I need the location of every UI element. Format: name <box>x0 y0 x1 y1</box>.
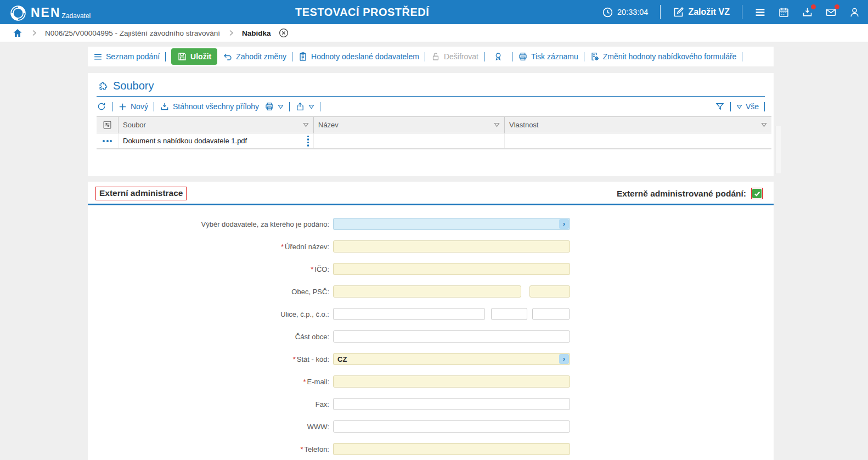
divider <box>292 52 292 61</box>
new-file-button[interactable]: Nový <box>118 102 148 111</box>
form-row: *WWW: <box>88 420 774 433</box>
supplier-lookup-button[interactable]: › <box>559 219 569 229</box>
ico-input[interactable] <box>333 263 570 275</box>
form-row: *Telefon: <box>88 443 774 455</box>
field-label: E-mail: <box>307 378 329 386</box>
export-button[interactable] <box>295 102 314 111</box>
divider <box>112 102 112 111</box>
house-number-input[interactable] <box>491 308 527 320</box>
current-time: 20:33:04 <box>617 8 648 16</box>
print-files-button[interactable] <box>264 102 284 111</box>
clock-icon <box>602 7 613 18</box>
file-name-cell[interactable]: Dokument s nabídkou dodavatele 1.pdf <box>123 137 247 145</box>
breadcrumb: N006/25/V00004995 - Zajištění závodního … <box>0 24 868 42</box>
chevron-down-icon <box>278 104 284 109</box>
field-label: Telefon: <box>304 445 329 453</box>
email-input[interactable] <box>333 375 570 388</box>
form-row: *Stát - kód: › <box>88 353 774 365</box>
download-all-attachments-button[interactable]: Stáhnout všechny přílohy <box>160 102 259 111</box>
phone-input[interactable] <box>333 443 570 455</box>
user-profile-button[interactable] <box>849 7 860 18</box>
orientation-number-input[interactable] <box>532 308 570 320</box>
refresh-icon[interactable] <box>97 102 106 111</box>
field-label: IČO: <box>314 265 329 273</box>
row-menu-icon[interactable] <box>103 140 112 142</box>
supplier-values-button[interactable]: Hodnoty odeslané dodavatelem <box>298 52 419 61</box>
divider <box>742 52 742 61</box>
divider <box>154 102 154 111</box>
city-input[interactable] <box>333 285 521 298</box>
document-gear-icon <box>590 52 600 61</box>
change-form-values-button[interactable]: Změnit hodnoty nabídkového formuláře <box>590 52 737 61</box>
column-header-vlastnost[interactable]: Vlastnost <box>505 117 771 133</box>
form-row: *Fax: <box>88 398 774 410</box>
divider <box>484 52 484 61</box>
calendar-button[interactable] <box>778 7 790 18</box>
record-toolbar: Seznam podání Uložit Zahodit změny Hodno… <box>88 47 774 66</box>
chevron-down-icon <box>308 104 314 109</box>
sliders-icon <box>103 120 112 130</box>
share-export-icon <box>295 102 305 111</box>
nen-logo[interactable]: NEN Zadavatel <box>10 3 91 21</box>
puzzle-icon <box>98 81 109 92</box>
column-settings-button[interactable] <box>97 117 119 133</box>
messages-button[interactable] <box>825 7 837 18</box>
filter-caret-icon[interactable] <box>494 122 500 127</box>
padlock-open-icon <box>431 52 441 61</box>
downloads-button[interactable] <box>802 7 813 18</box>
official-name-input[interactable] <box>333 240 570 253</box>
filter-caret-icon[interactable] <box>761 122 767 127</box>
save-button[interactable]: Uložit <box>171 48 217 65</box>
field-label: Úřední název: <box>285 243 329 251</box>
download-icon <box>160 102 170 111</box>
files-table: Soubor Název Vlastnost Dokument s nabídk… <box>97 116 771 149</box>
postal-code-input[interactable] <box>529 285 570 298</box>
externally-administered-checkbox[interactable] <box>751 188 763 199</box>
field-label: WWW: <box>307 423 329 431</box>
files-table-header: Soubor Název Vlastnost <box>97 117 771 133</box>
chevron-down-icon <box>736 104 742 109</box>
www-input[interactable] <box>333 420 570 433</box>
signature-button[interactable] <box>493 52 503 61</box>
form-row: *Úřední název: <box>88 240 774 253</box>
divider <box>425 52 425 61</box>
create-vz-button[interactable]: Založit VZ <box>673 7 730 18</box>
breadcrumb-current: Nabídka <box>242 29 271 37</box>
column-header-nazev[interactable]: Název <box>314 117 505 133</box>
files-toolbar: Nový Stáhnout všechny přílohy <box>97 97 765 116</box>
country-lookup-button[interactable]: › <box>559 354 569 364</box>
home-icon[interactable] <box>12 27 23 38</box>
table-row[interactable]: Dokument s nabídkou dodavatele 1.pdf <box>97 133 771 149</box>
form-row: *Obec, PSČ: <box>88 285 774 298</box>
award-ribbon-icon <box>493 52 503 61</box>
submission-list-button[interactable]: Seznam podání <box>93 52 160 61</box>
divider <box>742 5 742 19</box>
print-record-button[interactable]: Tisk záznamu <box>518 52 578 61</box>
chevron-right-icon <box>31 30 37 36</box>
undo-icon <box>223 52 233 61</box>
street-input[interactable] <box>333 308 485 320</box>
main-menu-button[interactable] <box>754 7 766 18</box>
divider <box>320 102 320 111</box>
filter-all-dropdown[interactable]: Vše <box>736 102 759 111</box>
files-section: Soubory Nový Stáhnout všechny přílohy <box>88 73 774 176</box>
table-scrollbar[interactable] <box>775 126 781 174</box>
brand-name: NEN <box>31 5 61 20</box>
field-label: Výběr dodavatele, za kterého je podáno: <box>201 220 329 228</box>
country-code-input[interactable] <box>333 353 570 365</box>
fax-input[interactable] <box>333 398 570 410</box>
city-part-input[interactable] <box>333 330 570 343</box>
top-bar: NEN Zadavatel TESTOVACÍ PROSTŘEDÍ 20:33:… <box>0 0 868 24</box>
breadcrumb-procurement[interactable]: N006/25/V00004995 - Zajištění závodního … <box>45 29 220 37</box>
field-label: Ulice, č.p., č.o.: <box>280 310 329 318</box>
externally-administered-label: Externě administrované podání: <box>617 189 746 199</box>
row-drag-handle-icon[interactable] <box>307 136 309 147</box>
column-header-soubor[interactable]: Soubor <box>119 117 314 133</box>
filter-caret-icon[interactable] <box>303 122 309 127</box>
supplier-selection-input[interactable] <box>333 218 570 230</box>
filter-funnel-icon[interactable] <box>715 102 725 111</box>
list-icon <box>93 52 103 61</box>
discard-changes-button[interactable]: Zahodit změny <box>223 52 286 61</box>
notification-dot <box>811 4 816 9</box>
close-tab-icon[interactable] <box>279 28 289 38</box>
